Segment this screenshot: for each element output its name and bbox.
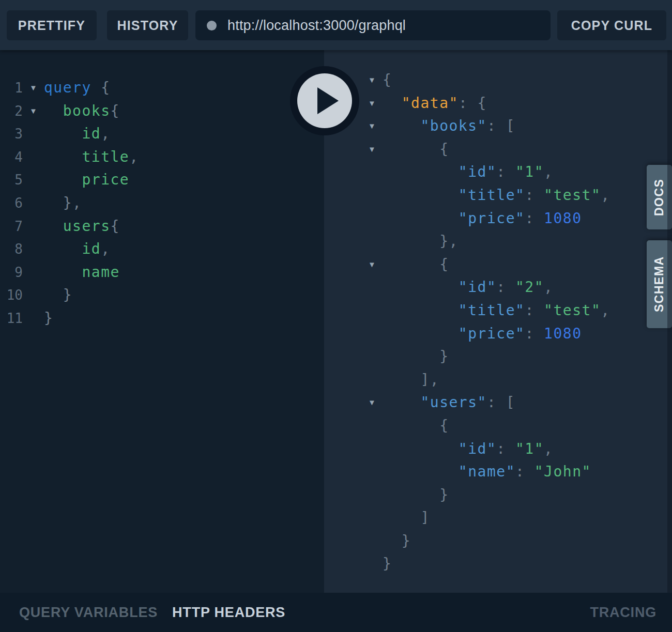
code-text: "users": [: [383, 391, 515, 414]
fold-gutter: [23, 215, 44, 238]
line-number: 5: [0, 168, 23, 192]
fold-gutter: [23, 238, 44, 261]
fold-gutter: [324, 230, 383, 253]
line-number: 7: [0, 215, 23, 238]
fold-gutter: [23, 192, 44, 215]
code-line: }: [324, 530, 672, 553]
fold-gutter: [324, 322, 383, 346]
fold-gutter: [23, 122, 44, 146]
line-number: 1: [0, 76, 23, 100]
fold-gutter: ▼: [23, 100, 44, 123]
code-line: 10 }: [0, 284, 324, 307]
graphql-playground-window: PRETTIFY HISTORY COPY CURL 1▼query {2▼ b…: [0, 0, 672, 632]
code-text: {: [383, 138, 449, 161]
fold-arrow-icon[interactable]: ▼: [29, 100, 37, 123]
code-text: }: [383, 530, 411, 553]
code-line: },: [324, 230, 672, 253]
line-number: 9: [0, 261, 23, 284]
code-line: ▼ "books": [: [324, 115, 672, 138]
code-text: }: [383, 552, 392, 576]
copy-curl-button[interactable]: COPY CURL: [557, 10, 666, 40]
fold-gutter: [23, 261, 44, 284]
fold-gutter: ▼: [324, 253, 383, 276]
main-area: 1▼query {2▼ books{3 id,4 title,5 price6 …: [0, 50, 672, 593]
toolbar: PRETTIFY HISTORY COPY CURL: [0, 0, 672, 50]
query-editor-pane[interactable]: 1▼query {2▼ books{3 id,4 title,5 price6 …: [0, 50, 324, 593]
code-line: ],: [324, 368, 672, 392]
code-line: ▼ {: [324, 138, 672, 161]
fold-gutter: [324, 345, 383, 368]
code-text: },: [383, 230, 459, 253]
code-line: "id": "1",: [324, 161, 672, 184]
code-line: ]: [324, 506, 672, 530]
code-text: users{: [44, 215, 120, 238]
code-line: "id": "1",: [324, 438, 672, 461]
code-text: }: [383, 484, 449, 507]
response-pane: ▼{▼ "data": {▼ "books": [▼ { "id": "1", …: [324, 50, 672, 593]
code-line: 7 users{: [0, 215, 324, 238]
code-text: "name": "John": [383, 460, 591, 484]
code-line: }: [324, 552, 672, 576]
play-icon: [290, 66, 359, 135]
url-status-dot-icon: [207, 21, 217, 30]
code-text: }: [383, 345, 449, 368]
code-line: 9 name: [0, 261, 324, 284]
code-line: {: [324, 414, 672, 438]
line-number: 3: [0, 122, 23, 146]
fold-gutter: [324, 368, 383, 392]
execute-query-button[interactable]: [290, 66, 359, 135]
tab-docs[interactable]: DOCS: [647, 165, 672, 229]
history-button[interactable]: HISTORY: [107, 10, 188, 40]
code-text: name: [44, 261, 120, 284]
code-line: ▼ {: [324, 253, 672, 276]
code-text: }: [44, 284, 72, 307]
fold-gutter: [23, 168, 44, 192]
code-text: "books": [: [383, 115, 515, 138]
endpoint-url-input[interactable]: [227, 18, 517, 34]
code-line: "id": "2",: [324, 276, 672, 299]
code-text: "id": "1",: [383, 438, 553, 461]
fold-gutter: [324, 414, 383, 438]
fold-arrow-icon[interactable]: ▼: [368, 69, 376, 92]
code-text: {: [383, 253, 449, 276]
fold-gutter: [324, 276, 383, 299]
code-line: }: [324, 345, 672, 368]
fold-gutter: [324, 299, 383, 322]
code-text: "data": {: [383, 92, 487, 115]
code-text: "title": "test",: [383, 184, 610, 207]
fold-gutter: [324, 552, 383, 576]
code-text: "title": "test",: [383, 299, 610, 322]
fold-gutter: [324, 484, 383, 507]
code-line: 1▼query {: [0, 76, 324, 100]
line-number: 2: [0, 100, 23, 123]
code-text: id,: [44, 122, 111, 146]
code-line: "name": "John": [324, 460, 672, 484]
prettify-button[interactable]: PRETTIFY: [7, 10, 97, 40]
tab-schema[interactable]: SCHEMA: [647, 240, 672, 328]
code-line: "price": 1080: [324, 207, 672, 230]
code-line: "title": "test",: [324, 299, 672, 322]
code-text: id,: [44, 238, 111, 261]
line-number: 6: [0, 192, 23, 215]
code-text: }: [44, 307, 53, 330]
tracing-tab[interactable]: TRACING: [590, 605, 656, 621]
fold-arrow-icon[interactable]: ▼: [368, 115, 376, 138]
line-number: 10: [0, 284, 23, 307]
code-text: "id": "1",: [383, 161, 553, 184]
fold-gutter: [23, 284, 44, 307]
fold-gutter: ▼: [23, 76, 44, 100]
fold-arrow-icon[interactable]: ▼: [368, 92, 376, 115]
fold-arrow-icon[interactable]: ▼: [368, 391, 376, 414]
code-text: title,: [44, 146, 139, 169]
fold-arrow-icon[interactable]: ▼: [368, 253, 376, 276]
fold-arrow-icon[interactable]: ▼: [368, 138, 376, 161]
fold-gutter: [23, 146, 44, 169]
fold-gutter: [324, 530, 383, 553]
query-variables-tab[interactable]: QUERY VARIABLES: [19, 605, 158, 621]
endpoint-url-field[interactable]: [195, 10, 551, 40]
fold-gutter: [324, 207, 383, 230]
http-headers-tab[interactable]: HTTP HEADERS: [172, 605, 285, 621]
fold-arrow-icon[interactable]: ▼: [29, 76, 37, 100]
bottom-bar: QUERY VARIABLES HTTP HEADERS TRACING: [0, 593, 672, 632]
line-number: 11: [0, 307, 23, 330]
